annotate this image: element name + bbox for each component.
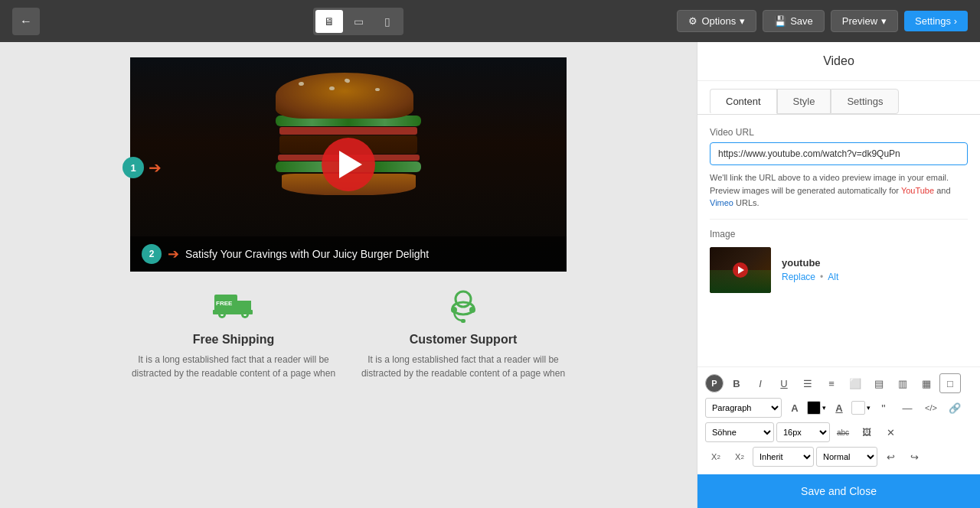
image-thumbnail — [710, 247, 771, 293]
format-block-select[interactable]: Paragraph Heading 1 Heading 2 — [705, 398, 782, 418]
section-divider-1 — [710, 219, 968, 220]
text-color-chevron-icon[interactable]: ▾ — [822, 404, 826, 412]
video-url-input[interactable] — [710, 142, 968, 165]
unordered-list-button[interactable]: ☰ — [797, 373, 818, 393]
font-family-select[interactable]: Söhne Arial Helvetica — [705, 422, 774, 442]
options-button[interactable]: ⚙ Options ▾ — [677, 10, 756, 32]
bold-button[interactable]: B — [726, 373, 747, 393]
superscript-button[interactable]: X2 — [729, 447, 750, 467]
back-button[interactable]: ← — [12, 8, 40, 35]
image-name: youtube — [782, 257, 838, 269]
thumbnail-play-overlay — [710, 247, 771, 293]
undo-button[interactable]: ↩ — [880, 447, 901, 467]
tab-content[interactable]: Content — [710, 89, 777, 114]
play-button[interactable] — [322, 138, 375, 191]
underline-button[interactable]: U — [773, 373, 795, 393]
feature-desc-support: It is a long established fact that a rea… — [360, 353, 567, 380]
link-button[interactable]: 🔗 — [944, 398, 965, 418]
video-caption-text: Satisfy Your Cravings with Our Juicy Bur… — [185, 248, 429, 260]
image-replace-link[interactable]: Replace — [782, 272, 815, 282]
align-justify-button[interactable]: ▦ — [916, 373, 937, 393]
youtube-link[interactable]: YouTube — [901, 186, 934, 195]
tab-settings[interactable]: Settings — [831, 89, 899, 114]
settings-button[interactable]: Settings › — [904, 11, 968, 31]
editor-toolbar: P B I U ☰ ≡ ⬜ ▤ ▥ ▦ □ Paragraph Heading … — [697, 366, 980, 474]
bg-color-swatch — [851, 401, 865, 415]
svg-rect-13 — [461, 319, 466, 323]
thumbnail-play-button — [733, 262, 748, 278]
text-color-group: A ▾ — [784, 398, 826, 418]
gear-icon: ⚙ — [688, 15, 697, 27]
customer-support-icon — [440, 287, 486, 325]
save-close-button[interactable]: Save and Close — [697, 474, 980, 508]
feature-customer-support: Customer Support It is a long establishe… — [360, 287, 567, 380]
toolbar-row-1: P B I U ☰ ≡ ⬜ ▤ ▥ ▦ □ — [705, 373, 972, 393]
ordered-list-button[interactable]: ≡ — [821, 373, 842, 393]
panel-title: Video — [697, 42, 980, 81]
device-switcher: 🖥 ▭ ▯ — [313, 8, 403, 35]
feature-free-shipping: FREE Free Shipping It is a long establis… — [130, 287, 337, 380]
blockquote-button[interactable]: " — [873, 398, 894, 418]
svg-point-12 — [469, 307, 475, 313]
subscript-button[interactable]: X2 — [705, 447, 727, 467]
paragraph-indicator-button[interactable]: P — [705, 374, 724, 392]
image-alt-link[interactable]: Alt — [828, 272, 838, 282]
clear-format-button[interactable]: ✕ — [880, 422, 901, 442]
text-color-button[interactable]: A — [784, 398, 805, 418]
strikethrough-button[interactable]: abc — [832, 422, 854, 442]
code-button[interactable]: </> — [920, 398, 942, 418]
save-icon: 💾 — [774, 15, 786, 27]
thumbnail-play-icon — [738, 266, 744, 274]
font-size-select[interactable]: 16px 12px 14px 18px 24px — [776, 422, 830, 442]
desktop-view-button[interactable]: 🖥 — [315, 10, 343, 33]
panel-body: Video URL We'll link the URL above to a … — [697, 115, 980, 366]
desktop-icon: 🖥 — [324, 15, 335, 28]
bg-color-group: A ▾ — [828, 398, 871, 418]
align-right-button[interactable]: ▥ — [892, 373, 913, 393]
main-area: 1 ➔ — [0, 42, 980, 508]
step1-arrow-icon: ➔ — [149, 158, 162, 177]
free-shipping-icon: FREE — [211, 287, 256, 325]
save-button[interactable]: 💾 Save — [763, 10, 825, 32]
normal-select[interactable]: Normal Bold Italic — [816, 447, 877, 467]
tablet-icon: ▭ — [354, 15, 364, 28]
align-center-button[interactable]: ▤ — [868, 373, 890, 393]
video-caption-bar: 2 ➔ Satisfy Your Cravings with Our Juicy… — [130, 236, 567, 272]
tab-style[interactable]: Style — [777, 89, 831, 114]
mobile-icon: ▯ — [384, 15, 390, 28]
image-actions: Replace • Alt — [782, 272, 838, 282]
feature-title-support: Customer Support — [360, 333, 567, 347]
bg-color-chevron-icon[interactable]: ▾ — [867, 404, 871, 412]
options-chevron-icon: ▾ — [740, 15, 745, 27]
url-hint-text: We'll link the URL above to a video prev… — [710, 171, 968, 210]
feature-desc-shipping: It is a long established fact that a rea… — [130, 353, 337, 380]
top-toolbar: ← 🖥 ▭ ▯ ⚙ Options ▾ 💾 Save Preview ▾ Set… — [0, 0, 980, 42]
redo-button[interactable]: ↪ — [903, 447, 925, 467]
align-left-button[interactable]: ⬜ — [844, 373, 866, 393]
panel-tabs: Content Style Settings — [697, 81, 980, 115]
step2-arrow-icon: ➔ — [168, 246, 179, 262]
italic-button[interactable]: I — [750, 373, 771, 393]
preview-button[interactable]: Preview ▾ — [831, 10, 898, 32]
canvas-content: 1 ➔ — [130, 57, 567, 380]
back-icon: ← — [20, 15, 32, 28]
svg-rect-8 — [213, 310, 253, 314]
svg-text:FREE: FREE — [216, 300, 233, 307]
step1-indicator: 1 ➔ — [122, 157, 162, 178]
feature-title-shipping: Free Shipping — [130, 333, 337, 347]
preview-chevron-icon: ▾ — [881, 15, 887, 27]
step2-badge: 2 — [142, 244, 162, 264]
play-triangle-icon — [339, 151, 362, 178]
bg-color-button[interactable]: A — [828, 398, 850, 418]
video-block[interactable]: 2 ➔ Satisfy Your Cravings with Our Juicy… — [130, 57, 567, 272]
image-info: youtube Replace • Alt — [782, 257, 838, 282]
mobile-view-button[interactable]: ▯ — [374, 10, 401, 33]
toolbar-actions: ⚙ Options ▾ 💾 Save Preview ▾ Settings › — [677, 10, 968, 32]
vimeo-link[interactable]: Vimeo — [710, 198, 733, 207]
hr-button[interactable]: — — [897, 398, 918, 418]
image-insert-button[interactable]: 🖼 — [856, 422, 877, 442]
image-actions-separator: • — [820, 272, 823, 282]
inherit-select[interactable]: Inherit None — [753, 447, 814, 467]
tablet-view-button[interactable]: ▭ — [345, 10, 372, 33]
border-button[interactable]: □ — [939, 373, 961, 393]
